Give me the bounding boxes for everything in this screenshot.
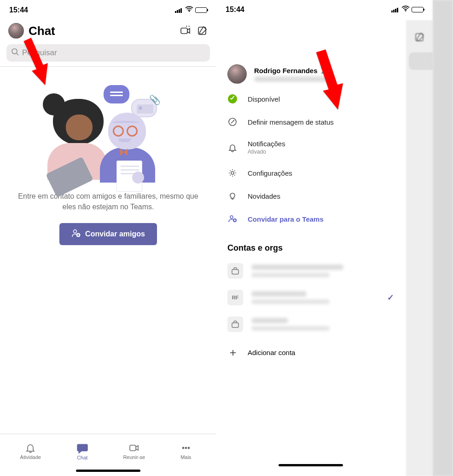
more-icon [180, 442, 192, 453]
svg-rect-7 [130, 445, 136, 451]
camera-icon [128, 442, 139, 453]
svg-point-5 [74, 230, 77, 233]
plus-icon: ＋ [227, 347, 238, 358]
page-gutter [433, 0, 453, 476]
redacted-text [251, 318, 288, 323]
wifi-icon [185, 6, 193, 14]
redacted-text [251, 264, 343, 270]
svg-point-0 [189, 11, 190, 12]
svg-line-4 [17, 53, 18, 55]
status-icons [391, 6, 424, 14]
menu-label: Configurações [248, 169, 292, 177]
invite-friends-button[interactable]: Convidar amigos [59, 223, 157, 245]
chat-icon [76, 442, 88, 454]
lightbulb-icon [227, 191, 238, 201]
avatar [227, 64, 247, 84]
menu-status-message[interactable]: Definir mensagem de status [216, 110, 405, 133]
person-add-icon [227, 214, 238, 224]
menu-notifications[interactable]: Notificações Ativado [216, 133, 405, 161]
empty-state: 📎 Entre em contato com amigos e familiar… [0, 67, 216, 245]
pencil-icon [227, 117, 238, 127]
status-time: 15:44 [226, 6, 244, 14]
svg-rect-19 [232, 323, 238, 327]
gear-icon [227, 168, 238, 178]
person-add-icon [71, 229, 81, 240]
account-item[interactable] [216, 258, 405, 284]
video-call-icon[interactable] [180, 25, 192, 37]
svg-point-10 [188, 447, 189, 448]
account-initials: RF [227, 290, 243, 305]
search-icon [11, 48, 19, 58]
menu-available[interactable]: Disponível [216, 87, 405, 110]
svg-rect-1 [181, 28, 187, 34]
svg-point-9 [185, 447, 186, 448]
page-title: Chat [29, 24, 175, 38]
search-placeholder: Pesquisar [22, 48, 57, 57]
menu-sublabel: Ativado [248, 149, 285, 155]
redacted-text [251, 273, 330, 277]
account-item[interactable] [216, 311, 405, 338]
status-time: 15:44 [9, 6, 28, 14]
menu-label: Convidar para o Teams [248, 215, 324, 223]
cellular-icon [391, 7, 400, 12]
account-item[interactable]: RF ✓ [216, 284, 405, 311]
svg-point-8 [182, 447, 184, 448]
briefcase-icon [227, 316, 243, 332]
bell-icon [227, 143, 238, 153]
profile-header[interactable]: Rodrigo Fernandes ❯ [216, 40, 405, 87]
menu-label: Definir mensagem de status [248, 118, 334, 126]
add-account-label: Adicionar conta [248, 349, 295, 356]
tab-more[interactable]: Mais [170, 442, 202, 460]
redacted-text [251, 299, 330, 304]
menu-label: Disponível [248, 95, 280, 103]
profile-name: Rodrigo Fernandes [254, 67, 318, 75]
wifi-icon [401, 6, 410, 14]
accounts-header: Contas e orgs [216, 230, 405, 258]
svg-rect-18 [232, 270, 238, 274]
add-account-button[interactable]: ＋ Adicionar conta [216, 338, 405, 367]
chat-screen: 15:44 Chat Pesquisar 📎 [0, 0, 216, 476]
available-icon [228, 94, 237, 103]
redacted-text [251, 326, 330, 331]
search-input[interactable]: Pesquisar [6, 44, 210, 62]
cellular-icon [175, 7, 183, 13]
chevron-right-icon: ❯ [320, 67, 325, 74]
tab-meet[interactable]: Reunir-se [118, 442, 150, 460]
tab-label: Chat [77, 455, 87, 460]
status-icons [175, 6, 207, 14]
compose-icon[interactable] [196, 25, 208, 37]
home-indicator [216, 459, 405, 470]
tab-label: Reunir-se [123, 454, 145, 460]
redacted-text [251, 291, 307, 297]
check-icon: ✓ [387, 292, 394, 303]
menu-settings[interactable]: Configurações [216, 161, 405, 184]
people-illustration: 📎 [48, 85, 168, 177]
menu-whatsnew[interactable]: Novidades [216, 184, 405, 207]
home-indicator [0, 465, 216, 476]
menu-invite-teams[interactable]: Convidar para o Teams [216, 207, 405, 230]
tab-label: Mais [180, 454, 191, 460]
profile-email-redacted [254, 76, 332, 82]
profile-panel-screen: 15:44 Rodrigo Fernandes ❯ [216, 0, 433, 476]
invite-button-label: Convidar amigos [85, 230, 145, 238]
briefcase-icon [227, 263, 243, 279]
side-panel: Rodrigo Fernandes ❯ Disponível Definir m… [216, 40, 405, 476]
battery-icon [412, 7, 424, 12]
status-bar: 15:44 [216, 0, 433, 19]
svg-point-15 [231, 172, 234, 174]
menu-label: Novidades [248, 192, 280, 200]
avatar[interactable] [8, 23, 24, 39]
menu-label: Notificações [248, 140, 285, 148]
battery-icon [195, 7, 207, 13]
bell-icon [25, 442, 36, 453]
svg-point-16 [230, 216, 233, 218]
tab-label: Atividade [20, 454, 41, 460]
header-row: Chat [0, 20, 216, 41]
status-bar: 15:44 [0, 0, 216, 20]
tab-chat[interactable]: Chat [66, 442, 99, 460]
svg-point-12 [405, 10, 407, 11]
empty-text: Entre em contato com amigos e familiares… [14, 191, 203, 212]
tab-bar: Atividade Chat Reunir-se Mais [0, 434, 216, 465]
compose-icon [414, 32, 424, 42]
tab-activity[interactable]: Atividade [14, 442, 46, 460]
